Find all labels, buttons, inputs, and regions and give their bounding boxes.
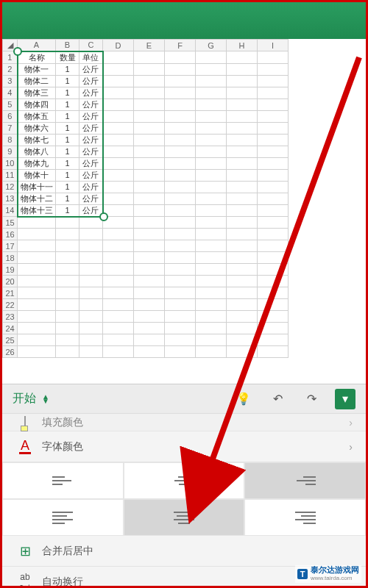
row-header[interactable]: 13 <box>3 193 18 204</box>
cell[interactable] <box>165 311 196 323</box>
cell[interactable] <box>196 217 227 229</box>
col-header-C[interactable]: C <box>79 40 103 51</box>
cell[interactable] <box>165 63 196 75</box>
cell[interactable] <box>196 323 227 334</box>
cell[interactable] <box>56 287 79 299</box>
cell[interactable] <box>134 229 165 240</box>
cell[interactable] <box>258 240 289 252</box>
spreadsheet-area[interactable]: ◢ A B C D E F G H I 1名称数量单位2物体一1公斤3物体二1公… <box>2 39 366 377</box>
cell[interactable] <box>103 98 134 110</box>
col-header-I[interactable]: I <box>258 40 289 51</box>
cell[interactable] <box>165 299 196 311</box>
cell[interactable]: 1 <box>56 169 79 181</box>
cell[interactable] <box>227 217 258 229</box>
cell[interactable] <box>134 287 165 299</box>
cell[interactable] <box>196 181 227 193</box>
cell[interactable]: 1 <box>56 110 79 122</box>
cell[interactable] <box>79 299 103 311</box>
cell[interactable] <box>56 252 79 264</box>
cell[interactable] <box>103 299 134 311</box>
cell[interactable] <box>258 204 289 217</box>
cell[interactable] <box>196 204 227 217</box>
cell[interactable] <box>134 134 165 146</box>
cell[interactable] <box>134 311 165 323</box>
selection-handle-bottom-right[interactable] <box>99 212 108 221</box>
cell[interactable] <box>134 252 165 264</box>
cell[interactable] <box>165 276 196 287</box>
cell[interactable] <box>103 146 134 157</box>
grid[interactable]: ◢ A B C D E F G H I 1名称数量单位2物体一1公斤3物体二1公… <box>2 39 289 358</box>
cell[interactable] <box>165 134 196 146</box>
col-header-B[interactable]: B <box>56 40 79 51</box>
cell[interactable] <box>258 134 289 146</box>
cell[interactable] <box>196 264 227 276</box>
cell[interactable] <box>134 276 165 287</box>
cell[interactable] <box>18 287 56 299</box>
tab-switcher-icon[interactable]: ▲▼ <box>42 395 49 404</box>
row-header[interactable]: 18 <box>3 252 18 264</box>
cell[interactable] <box>258 98 289 110</box>
cell[interactable] <box>196 276 227 287</box>
cell[interactable]: 物体十三 <box>18 204 56 217</box>
undo-icon[interactable]: ↶ <box>267 389 288 409</box>
cell[interactable] <box>227 299 258 311</box>
cell[interactable] <box>227 51 258 64</box>
row-header[interactable]: 5 <box>3 98 18 110</box>
row-header[interactable]: 19 <box>3 264 18 276</box>
cell[interactable]: 物体一 <box>18 63 56 75</box>
row-header[interactable]: 21 <box>3 287 18 299</box>
cell[interactable] <box>56 217 79 229</box>
cell[interactable]: 1 <box>56 204 79 217</box>
cell[interactable] <box>79 264 103 276</box>
cell[interactable] <box>134 181 165 193</box>
row-header[interactable]: 2 <box>3 63 18 75</box>
cell[interactable] <box>18 252 56 264</box>
cell[interactable]: 1 <box>56 63 79 75</box>
cell[interactable]: 物体四 <box>18 98 56 110</box>
row-header[interactable]: 25 <box>3 334 18 346</box>
cell[interactable]: 名称 <box>18 51 56 64</box>
cell[interactable]: 1 <box>56 134 79 146</box>
cell[interactable] <box>103 134 134 146</box>
cell[interactable] <box>103 276 134 287</box>
row-header[interactable]: 16 <box>3 229 18 240</box>
cell[interactable] <box>79 334 103 346</box>
cell[interactable] <box>227 87 258 98</box>
col-header-G[interactable]: G <box>196 40 227 51</box>
cell[interactable] <box>258 299 289 311</box>
cell[interactable] <box>18 276 56 287</box>
cell[interactable] <box>227 157 258 169</box>
cell[interactable] <box>227 75 258 87</box>
cell[interactable] <box>258 276 289 287</box>
cell[interactable] <box>134 157 165 169</box>
cell[interactable] <box>103 252 134 264</box>
align-middle-center[interactable] <box>124 499 245 536</box>
cell[interactable]: 物体十二 <box>18 193 56 204</box>
row-header[interactable]: 23 <box>3 311 18 323</box>
row-header[interactable]: 7 <box>3 122 18 134</box>
cell[interactable] <box>258 63 289 75</box>
row-header[interactable]: 6 <box>3 110 18 122</box>
cell[interactable] <box>196 157 227 169</box>
cell[interactable]: 公斤 <box>79 63 103 75</box>
cell[interactable] <box>134 110 165 122</box>
fill-color-row[interactable]: 填充颜色 › <box>2 414 366 431</box>
cell[interactable] <box>227 346 258 358</box>
cell[interactable] <box>18 299 56 311</box>
cell[interactable]: 物体十 <box>18 169 56 181</box>
cell[interactable] <box>103 122 134 134</box>
cell[interactable] <box>196 311 227 323</box>
cell[interactable] <box>196 146 227 157</box>
cell[interactable] <box>165 240 196 252</box>
cell[interactable] <box>258 51 289 64</box>
cell[interactable] <box>196 87 227 98</box>
cell[interactable] <box>196 75 227 87</box>
cell[interactable] <box>18 311 56 323</box>
cell[interactable] <box>165 87 196 98</box>
cell[interactable] <box>227 311 258 323</box>
cell[interactable] <box>134 193 165 204</box>
align-top-left[interactable] <box>2 462 124 499</box>
cell[interactable]: 物体十一 <box>18 181 56 193</box>
cell[interactable] <box>18 217 56 229</box>
cell[interactable] <box>165 110 196 122</box>
